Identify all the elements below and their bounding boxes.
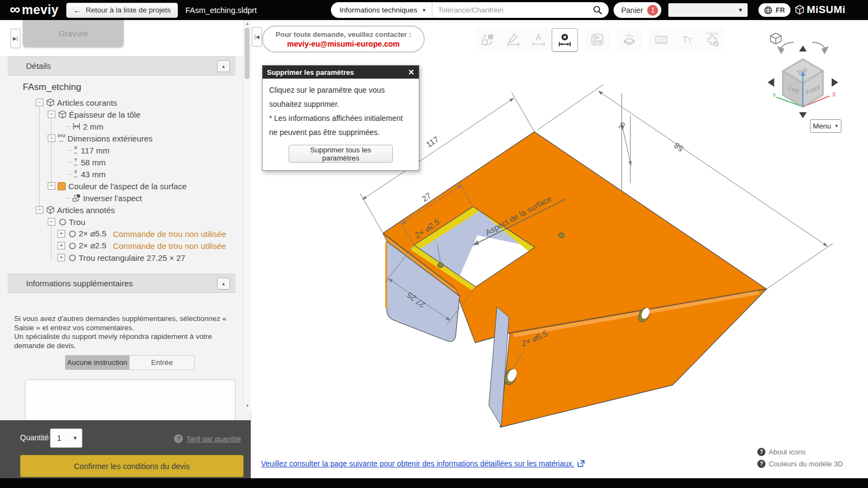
hole-2.5-b[interactable] [559, 233, 565, 238]
meviy-app: ∞ meviy ← Retour à la liste de projets F… [0, 0, 868, 488]
popup-header[interactable]: Supprimer les paramètres ✕ [263, 66, 419, 79]
scroll-down-button[interactable]: ▼ [244, 403, 251, 409]
hole-2.5-a[interactable] [438, 263, 444, 268]
tree-node-surface-color[interactable]: − Couleur de l'aspect de la surface [0, 180, 239, 192]
expander-minus-icon[interactable]: − [48, 111, 55, 118]
about-icons-label: About icons [769, 448, 806, 456]
dim-20-label[interactable]: 20 [617, 121, 627, 131]
tree-node-dimensions[interactable]: − XYZ↔ Dimensions extérieures [0, 132, 239, 144]
infos-paragraph-2: Un spécialiste du support meviy répondra… [14, 332, 231, 350]
popup-text-1: Cliquez sur le paramètre que vous souhai… [269, 83, 412, 111]
expander-plus-icon[interactable]: + [58, 254, 65, 261]
delete-dimension-button[interactable] [552, 28, 578, 52]
gravure-button[interactable]: Gravure [23, 20, 124, 47]
expander-minus-icon[interactable]: − [48, 182, 55, 190]
text-dimension-button[interactable] [526, 28, 551, 50]
rotate-up-button[interactable] [799, 46, 807, 52]
svg-text:123: 123 [658, 36, 665, 41]
toggle-label: Entrée [151, 358, 173, 367]
scrollbar-thumb[interactable] [245, 28, 250, 79]
tree-label: Dimensions extérieures [68, 134, 153, 143]
view-menu-button[interactable]: Menu ▼ [810, 119, 841, 133]
meviy-logo[interactable]: ∞ meviy [10, 3, 59, 17]
tree-node-hole-55[interactable]: + 2× ⌀5.5 Commande de trou non utilisée [0, 228, 239, 240]
quantity-select[interactable]: 1 ▼ [50, 428, 82, 448]
tree-label: Trou [69, 217, 85, 227]
chevron-down-icon: ▼ [73, 435, 78, 441]
sidebar-collapse-handle[interactable]: ▶| [10, 29, 21, 48]
materials-info-link[interactable]: Veuillez consulter la page suivante pour… [261, 459, 585, 468]
tree-node-epaisseur[interactable]: − Épaisseur de la tôle [0, 108, 239, 120]
scroll-up-button[interactable]: ▲ [244, 21, 251, 27]
dim-117-label[interactable]: 117 [424, 134, 440, 149]
expander-minus-icon[interactable]: − [48, 218, 55, 226]
misumi-logo[interactable]: MiSUMi [795, 4, 846, 16]
tree-node-dim-y[interactable]: Y↔ 58 mm [0, 156, 239, 168]
rotate-down-button[interactable] [799, 112, 807, 118]
tree-node-rect-hole[interactable]: + Trou rectangulaire 27.25 × 27 [0, 252, 239, 264]
rotate-right-button[interactable] [832, 78, 838, 87]
search-input[interactable] [432, 6, 593, 14]
materials-link-label: Veuillez consulter la page suivante pour… [261, 459, 574, 468]
tree-node-dim-z[interactable]: Z↔ 43 mm [0, 168, 239, 180]
search-category-select[interactable]: Informations techniques ▼ [331, 2, 432, 18]
tree-node-thickness-value[interactable]: 2 mm [0, 120, 239, 132]
cart-button[interactable]: Panier 1 [614, 2, 661, 18]
axis-x-label: X [832, 92, 836, 98]
tree-connector [67, 174, 72, 175]
rotate-left-button[interactable] [768, 78, 774, 87]
delete-all-parameters-button[interactable]: Supprimer tous les paramètres [289, 145, 393, 163]
tree-connector [67, 150, 72, 151]
confirm-quote-button[interactable]: Confirmer les conditions du devis [20, 455, 244, 477]
six-views-button[interactable]: 6VIEWS [700, 28, 725, 50]
hole-circle-icon [67, 229, 77, 239]
tree-node-invert-aspect[interactable]: Inverser l'aspect [0, 192, 239, 204]
text-annotation-button[interactable]: T T [674, 28, 699, 50]
tree-node-trou[interactable]: − Trou [0, 216, 239, 228]
close-icon[interactable]: ✕ [408, 68, 414, 76]
details-section-header: Détails ▲ [8, 56, 235, 75]
svg-text:T: T [682, 35, 688, 45]
expander-plus-icon[interactable]: + [58, 242, 65, 249]
search-icon[interactable] [593, 5, 602, 15]
comments-textarea[interactable] [25, 380, 235, 423]
language-button[interactable]: FR [758, 3, 790, 17]
edit-dimension-button[interactable] [501, 28, 526, 50]
price-per-quantity-link[interactable]: ? Tarif par quantité [174, 434, 241, 443]
tree-root-label[interactable]: FAsm_etching [23, 82, 81, 93]
tree-connector [67, 162, 72, 163]
tree-node-dim-x[interactable]: X↔ 117 mm [0, 144, 239, 156]
dim-58-label[interactable]: 58 [672, 141, 685, 153]
popup-body: Cliquez sur le paramètre que vous souhai… [263, 79, 419, 170]
hole-circle-icon [67, 253, 77, 262]
cart-count-badge: 1 [647, 5, 658, 16]
help-icon: ? [757, 448, 765, 456]
deburring-button[interactable] [617, 28, 642, 50]
measure-button[interactable]: 123 [649, 28, 674, 50]
model-colors-link[interactable]: ? Couleurs du modèle 3D [757, 460, 843, 468]
header-dropdown[interactable]: ▼ [668, 3, 748, 17]
back-to-projects-button[interactable]: ← Retour à la liste de projets [66, 3, 178, 18]
details-collapse-button[interactable]: ▲ [217, 60, 230, 72]
expander-plus-icon[interactable]: + [58, 230, 65, 237]
isometric-view-icon[interactable] [770, 33, 781, 44]
swap-entities-button[interactable] [475, 28, 500, 50]
expander-minus-icon[interactable]: − [48, 134, 55, 142]
external-link-icon [577, 460, 585, 467]
about-icons-link[interactable]: ? About icons [757, 448, 806, 456]
tree-node-articles-courants[interactable]: − Articles courants [0, 97, 239, 108]
tree-node-hole-25[interactable]: + 2× ⌀2.5 Commande de trou non utilisée [0, 240, 239, 252]
open-file-name: FAsm_etching.sldprt [186, 6, 257, 15]
toggle-entry[interactable]: Entrée [129, 355, 195, 370]
expander-minus-icon[interactable]: − [36, 99, 43, 106]
deburr-box-icon [622, 33, 636, 47]
expander-minus-icon[interactable]: − [36, 206, 43, 214]
delete-parameters-popup: Supprimer les paramètres ✕ Cliquez sur l… [262, 65, 419, 171]
toggle-no-instruction[interactable]: Aucune instruction [65, 355, 129, 370]
ruler-123-icon: 123 [654, 33, 668, 47]
tree-node-articles-annotes[interactable]: − Articles annotés [0, 204, 239, 216]
hole-command-button[interactable] [585, 28, 610, 50]
hole-circle-icon [67, 241, 77, 251]
cube-icon [46, 98, 55, 107]
infos-collapse-button[interactable]: ▲ [217, 278, 230, 290]
